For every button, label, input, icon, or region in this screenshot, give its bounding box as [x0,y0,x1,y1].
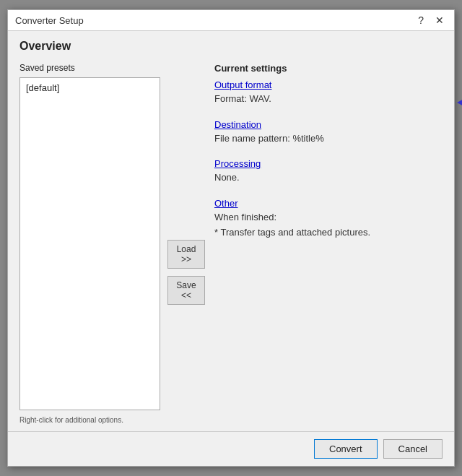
destination-detail: File name pattern: %title% [214,131,443,146]
other-detail-line1: When finished: [214,210,443,225]
left-panel: Saved presets [default] Right-click for … [19,63,160,424]
saved-presets-label: Saved presets [19,63,160,73]
help-button[interactable]: ? [415,14,427,26]
preset-item-default[interactable]: [default] [23,81,157,95]
other-link[interactable]: Other [214,198,238,209]
destination-link[interactable]: Destination [214,119,261,130]
save-button[interactable]: Save << [167,276,205,305]
dialog-body: Saved presets [default] Right-click for … [8,56,454,431]
dialog-footer: Convert Cancel [8,431,454,466]
svg-marker-0 [457,72,462,134]
close-button[interactable]: ✕ [432,14,447,26]
processing-section: Processing None. [214,158,443,185]
title-bar-controls: ? ✕ [415,14,447,26]
dialog-header: Overview [8,31,454,56]
other-section: Other When finished: * Transfer tags and… [214,198,443,240]
output-format-section: Output format Format: WAV. [214,79,443,106]
right-panel: Current settings Output format Format: W… [214,63,443,424]
destination-section: Destination File name pattern: %title% [214,119,443,146]
processing-link[interactable]: Processing [214,158,261,169]
processing-detail: None. [214,170,443,185]
convert-button[interactable]: Convert [314,439,378,459]
current-settings-label: Current settings [214,63,443,74]
converter-setup-dialog: Converter Setup ? ✕ Overview Saved prese… [7,9,455,467]
right-click-hint: Right-click for additional options. [19,416,160,424]
other-detail-line2: * Transfer tags and attached pictures. [214,225,443,240]
cancel-button[interactable]: Cancel [383,439,443,459]
output-format-link[interactable]: Output format [214,79,271,90]
title-bar: Converter Setup ? ✕ [8,10,454,31]
middle-panel: Load >> Save << [167,63,207,424]
dialog-title: Converter Setup [15,15,84,26]
output-format-detail: Format: WAV. [214,92,443,106]
arrow-annotation [457,72,462,136]
load-button[interactable]: Load >> [167,240,205,269]
presets-list[interactable]: [default] [19,77,160,410]
